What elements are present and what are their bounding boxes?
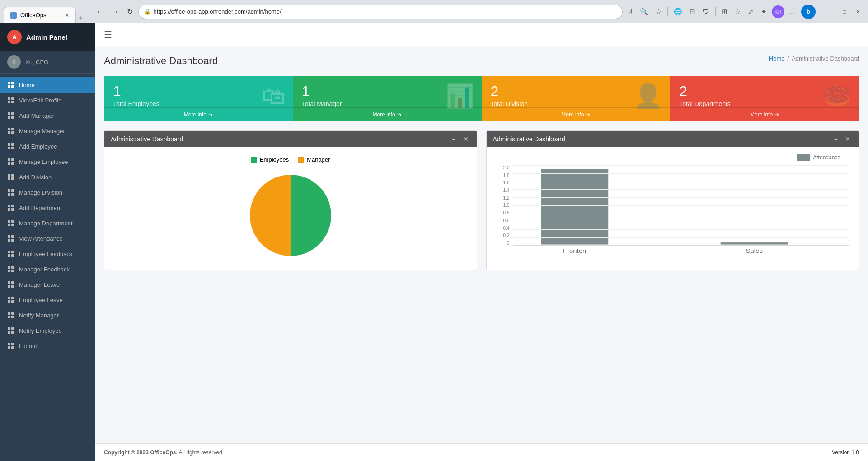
bar-close-btn[interactable]: ✕ <box>843 135 852 143</box>
add-department-label: Add Department <box>19 205 62 211</box>
add-employee-label: Add Employee <box>19 143 57 150</box>
sidebar-item-add-division[interactable]: Add Division <box>0 169 95 185</box>
notify-manager-label: Notify Manager <box>19 312 59 319</box>
sidebar: A Admin Panel K Kr., CEO Home View/Edit … <box>0 23 95 461</box>
fav-collections-btn[interactable]: ☆ <box>732 6 743 18</box>
browser-chrome: OfficeOps ✕ + ← → ↻ 🔒 https://office-ops… <box>0 0 868 23</box>
zoom-btn[interactable]: 🔍 <box>638 6 651 18</box>
bar-minimize-btn[interactable]: − <box>832 135 840 143</box>
view-attendance-icon <box>7 235 14 242</box>
pie-svg <box>245 170 336 261</box>
notify-manager-icon <box>7 312 14 319</box>
employee-feedback-icon <box>7 250 14 257</box>
sidebar-item-add-manager[interactable]: Add Manager <box>0 108 95 123</box>
pie-close-btn[interactable]: ✕ <box>461 135 470 143</box>
employees-legend-label: Employees <box>260 156 289 163</box>
sidebar-item-notify-manager[interactable]: Notify Manager <box>0 307 95 323</box>
employee-leave-label: Employee Leave <box>19 297 63 303</box>
sidebar-item-employee-feedback[interactable]: Employee Feedback <box>0 246 95 261</box>
sep2 <box>715 7 716 16</box>
refresh-button[interactable]: ↻ <box>124 5 136 18</box>
home-label: Home <box>19 82 35 88</box>
manager-leave-icon <box>7 281 14 288</box>
pie-chart-actions: − ✕ <box>450 135 470 143</box>
address-bar[interactable]: 🔒 https://office-ops-app.onrender.com/ad… <box>138 5 623 19</box>
fronten-label: Fronten <box>563 247 586 254</box>
y-label-2: 2.0 <box>496 165 510 170</box>
manage-division-icon <box>7 189 14 196</box>
forward-button[interactable]: → <box>109 6 122 18</box>
sidebar-item-employee-leave[interactable]: Employee Leave <box>0 292 95 307</box>
back-button[interactable]: ← <box>94 6 106 18</box>
page-content: Administrative Dashboard Home / Administ… <box>95 46 868 443</box>
sidebar-item-manage-department[interactable]: Manage Department <box>0 215 95 231</box>
close-btn[interactable]: ✕ <box>852 5 864 18</box>
sidebar-item-manager-feedback[interactable]: Manager Feedback <box>0 261 95 277</box>
hamburger-menu[interactable]: ☰ <box>104 29 112 40</box>
sidebar-item-logout[interactable]: Logout <box>0 338 95 354</box>
favorites-btn[interactable]: ☆ <box>653 6 664 18</box>
pie-chart-title: Administrative Dashboard <box>111 135 183 143</box>
sidebar-item-view-attendance[interactable]: View Attendance <box>0 231 95 246</box>
sidebar-item-manage-employee[interactable]: Manage Employee <box>0 154 95 169</box>
pie-minimize-btn[interactable]: − <box>450 135 457 143</box>
stat-more-info-0[interactable]: More info ➔ <box>104 107 293 121</box>
minimize-btn[interactable]: — <box>825 5 837 18</box>
pie-chart-visual <box>245 170 336 261</box>
split-btn[interactable]: ⊞ <box>719 6 730 18</box>
sales-label: Sales <box>746 247 762 254</box>
stats-grid: 1 Total Employees 🛍 More info ➔ 1 Total … <box>104 76 859 121</box>
y-label-0: 0 <box>496 241 510 246</box>
y-label-18: 1.8 <box>496 173 510 178</box>
attendance-legend-box <box>797 154 810 161</box>
stat-icon-0: 🛍 <box>262 82 286 109</box>
tab-close-btn[interactable]: ✕ <box>65 12 69 19</box>
manager-leave-label: Manager Leave <box>19 281 60 288</box>
view-edit-profile-label: View/Edit Profile <box>19 97 61 104</box>
sidebar-item-add-employee[interactable]: Add Employee <box>0 139 95 154</box>
globe-btn[interactable]: 🌐 <box>671 6 685 18</box>
sidebar-item-manager-leave[interactable]: Manager Leave <box>0 277 95 292</box>
view-edit-profile-icon <box>7 97 14 104</box>
profile-avatar[interactable]: KR <box>772 5 784 18</box>
breadcrumb-home[interactable]: Home <box>769 55 785 62</box>
manager-feedback-icon <box>7 265 14 273</box>
add-department-icon <box>7 204 14 211</box>
sidebar-btn[interactable]: ⊟ <box>687 6 698 18</box>
copilot-btn[interactable]: ✦ <box>759 6 769 18</box>
active-tab[interactable]: OfficeOps ✕ <box>4 7 76 23</box>
pie-chart-body: Employees Manager <box>104 147 477 270</box>
maximize-btn[interactable]: □ <box>838 5 851 18</box>
bing-button[interactable]: b <box>801 5 816 19</box>
footer-copyright-text: Copyright © 2023 OfficeOps. <box>104 449 178 456</box>
pie-chart-header: Administrative Dashboard − ✕ <box>104 131 477 147</box>
sidebar-item-view-edit-profile[interactable]: View/Edit Profile <box>0 93 95 108</box>
y-label-16: 1.6 <box>496 180 510 185</box>
y-label-12: 1.2 <box>496 196 510 200</box>
add-manager-label: Add Manager <box>19 112 54 119</box>
user-avatar: K <box>7 55 21 69</box>
sidebar-item-manage-manager[interactable]: Manage Manager <box>0 123 95 139</box>
browser-tabs: OfficeOps ✕ + <box>4 0 86 23</box>
new-tab-button[interactable]: + <box>76 14 86 23</box>
sep1 <box>667 7 668 16</box>
view-attendance-label: View Attendance <box>19 235 63 242</box>
employee-feedback-label: Employee Feedback <box>19 251 73 257</box>
read-aloud-btn[interactable]: 𝓐 <box>625 6 635 18</box>
stat-arrow-3: ➔ <box>774 112 779 118</box>
sidebar-item-add-department[interactable]: Add Department <box>0 200 95 215</box>
stat-label-0: Total Employees <box>113 100 284 107</box>
shield-btn[interactable]: 🛡 <box>700 6 712 17</box>
app-wrapper: A Admin Panel K Kr., CEO Home View/Edit … <box>0 23 868 461</box>
page-footer: Copyright © 2023 OfficeOps. All rights r… <box>95 443 868 461</box>
more-btn[interactable]: … <box>787 6 798 17</box>
logout-label: Logout <box>19 343 37 349</box>
sidebar-item-notify-employee[interactable]: Notify Employee <box>0 323 95 338</box>
y-label-06: 0.6 <box>496 218 510 223</box>
bar-chart-body: Attendance 2.0 1.8 1.6 1.4 1.2 1.0 <box>487 147 859 263</box>
sidebar-item-home[interactable]: Home <box>0 77 95 93</box>
sync-btn[interactable]: ⤢ <box>746 6 756 18</box>
tab-favicon <box>10 12 17 19</box>
notify-employee-icon <box>7 327 14 334</box>
sidebar-item-manage-division[interactable]: Manage Division <box>0 185 95 200</box>
